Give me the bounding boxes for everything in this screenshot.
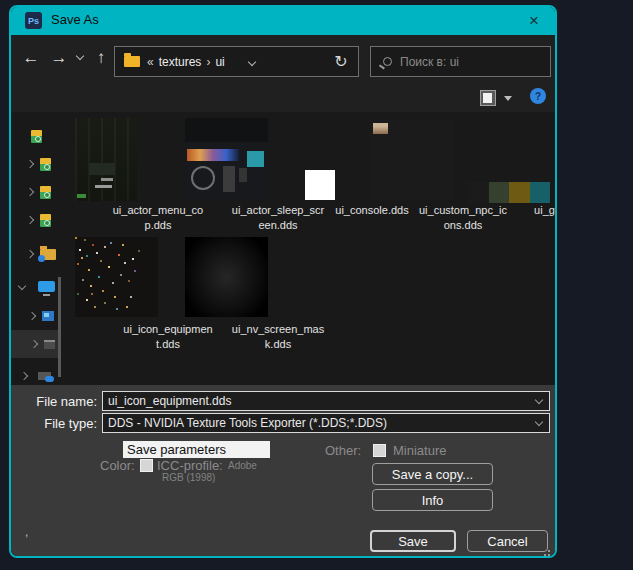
synced-folder-icon: [40, 158, 51, 171]
search-input[interactable]: [400, 55, 530, 69]
save-options-panel: File name: File type: DDS - NVIDIA Textu…: [11, 385, 555, 556]
help-icon[interactable]: ?: [530, 88, 546, 104]
expand-chevron-icon[interactable]: [28, 312, 36, 320]
save-button[interactable]: Save: [370, 530, 456, 552]
navigation-sidebar: [11, 112, 63, 385]
breadcrumb-prefix[interactable]: «: [147, 55, 154, 69]
save-as-dialog: Ps Save As × ← → ↑ « textures › ui ↻: [9, 5, 557, 558]
file-thumbnail-ui-nv-screen-mask[interactable]: [185, 237, 268, 317]
sidebar-item-this-pc[interactable]: [11, 274, 59, 298]
icc-profile-value-line1: Adobe: [228, 460, 257, 471]
expand-chevron-icon[interactable]: [20, 372, 28, 380]
file-label[interactable]: ui_nv_screen_mask.dds: [231, 322, 325, 351]
expand-chevron-icon[interactable]: [26, 250, 34, 258]
up-button[interactable]: ↑: [89, 46, 113, 70]
view-toolbar: ?: [11, 82, 555, 112]
file-label[interactable]: ui_actor_sleep_screen.dds: [231, 203, 325, 232]
forward-button[interactable]: →: [47, 46, 71, 70]
sidebar-scrollbar[interactable]: [58, 277, 61, 377]
title-bar[interactable]: Ps Save As ×: [11, 7, 555, 35]
this-pc-icon: [38, 281, 55, 292]
back-button[interactable]: ←: [19, 46, 43, 70]
expand-chevron-icon[interactable]: [26, 216, 34, 224]
icc-profile-checkbox[interactable]: [140, 459, 153, 472]
file-label[interactable]: ui_icon_equipment.dds: [121, 322, 215, 351]
file-name-combobox[interactable]: [102, 391, 550, 411]
file-label[interactable]: ui_console.dds: [325, 203, 419, 218]
save-parameters-header: Save parameters: [123, 441, 270, 458]
expand-chevron-icon[interactable]: [26, 188, 34, 196]
refresh-icon[interactable]: ↻: [330, 51, 352, 73]
color-label: Color:: [100, 458, 135, 473]
file-list: ui_actor_menu_cop.dds ui_actor_sleep_scr…: [63, 112, 555, 385]
file-type-combobox[interactable]: DDS - NVIDIA Texture Tools Exporter (*.D…: [102, 413, 550, 433]
miniature-label: Miniature: [393, 443, 446, 458]
recent-locations-chevron-icon[interactable]: [76, 52, 84, 60]
view-mode-dropdown-icon[interactable]: [504, 96, 512, 101]
file-thumbnail-ui-console[interactable]: [305, 170, 335, 200]
breadcrumb-textures[interactable]: textures: [159, 55, 202, 69]
miniature-checkbox[interactable]: [373, 444, 386, 457]
cloud-drive-icon: [38, 372, 51, 380]
cancel-button[interactable]: Cancel: [467, 530, 548, 552]
icc-profile-label: ICC-profile:: [157, 458, 223, 473]
close-icon[interactable]: ×: [519, 7, 549, 35]
file-thumbnail-ui-icon-equipment[interactable]: [75, 237, 158, 317]
folder-sync-icon: [40, 249, 56, 260]
stray-mark: ,: [25, 525, 28, 539]
sidebar-item-drive-selected[interactable]: [11, 330, 59, 358]
resize-grip[interactable]: [548, 550, 550, 552]
breadcrumb-separator-icon: ›: [206, 55, 210, 69]
collapse-chevron-icon[interactable]: [18, 282, 26, 290]
chevron-down-icon[interactable]: [535, 418, 543, 426]
search-box[interactable]: [370, 46, 551, 77]
file-browser: ui_actor_menu_cop.dds ui_actor_sleep_scr…: [11, 112, 555, 385]
icc-profile-value-line2: RGB (1998): [162, 472, 215, 483]
file-thumbnail-ui-custom-npc-icons[interactable]: [370, 120, 453, 200]
breadcrumb-ui[interactable]: ui: [215, 55, 224, 69]
synced-folder-icon: [40, 214, 51, 227]
file-name-input[interactable]: [108, 394, 531, 408]
address-dropdown-chevron-icon[interactable]: [248, 58, 256, 66]
other-label: Other:: [325, 443, 361, 458]
file-label[interactable]: ui_grid.dds: [514, 203, 557, 218]
folder-icon: [124, 56, 140, 67]
view-mode-icon[interactable]: [480, 90, 496, 106]
photoshop-app-icon: Ps: [25, 12, 42, 29]
file-label[interactable]: ui_custom_npc_icons.dds: [416, 203, 510, 232]
sidebar-item-quick-folder-2[interactable]: [11, 152, 59, 176]
info-button[interactable]: Info: [372, 489, 493, 511]
chevron-down-icon[interactable]: [535, 396, 543, 404]
file-type-label: File type:: [11, 416, 97, 431]
file-thumbnail-ui-grid[interactable]: [468, 182, 550, 203]
sidebar-item-network-drive[interactable]: [11, 304, 59, 328]
dialog-title: Save As: [51, 12, 99, 27]
desktop-background: Ps Save As × ← → ↑ « textures › ui ↻: [0, 0, 633, 570]
synced-folder-icon: [40, 186, 51, 199]
sidebar-item-quick-folder-3[interactable]: [11, 180, 59, 204]
navigation-toolbar: ← → ↑ « textures › ui ↻: [11, 35, 555, 82]
save-a-copy-button[interactable]: Save a copy...: [372, 463, 493, 485]
synced-folder-icon: [31, 130, 42, 143]
sidebar-item-quick-folder-4[interactable]: [11, 208, 59, 232]
file-type-value: DDS - NVIDIA Texture Tools Exporter (*.D…: [108, 416, 387, 430]
search-icon: [383, 57, 392, 66]
sidebar-item-quick-folder-1[interactable]: [11, 124, 59, 148]
address-bar[interactable]: « textures › ui ↻: [114, 46, 359, 77]
file-thumbnail-ui-actor-menu-cop[interactable]: [75, 118, 137, 201]
file-name-label: File name:: [11, 394, 97, 409]
drive-icon: [44, 340, 55, 349]
file-label[interactable]: ui_actor_menu_cop.dds: [111, 203, 205, 232]
expand-chevron-icon[interactable]: [26, 160, 34, 168]
file-thumbnail-ui-actor-sleep-screen[interactable]: [185, 118, 268, 200]
expand-chevron-icon[interactable]: [30, 340, 38, 348]
network-pc-icon: [42, 311, 54, 321]
sidebar-item-folder[interactable]: [11, 242, 59, 266]
